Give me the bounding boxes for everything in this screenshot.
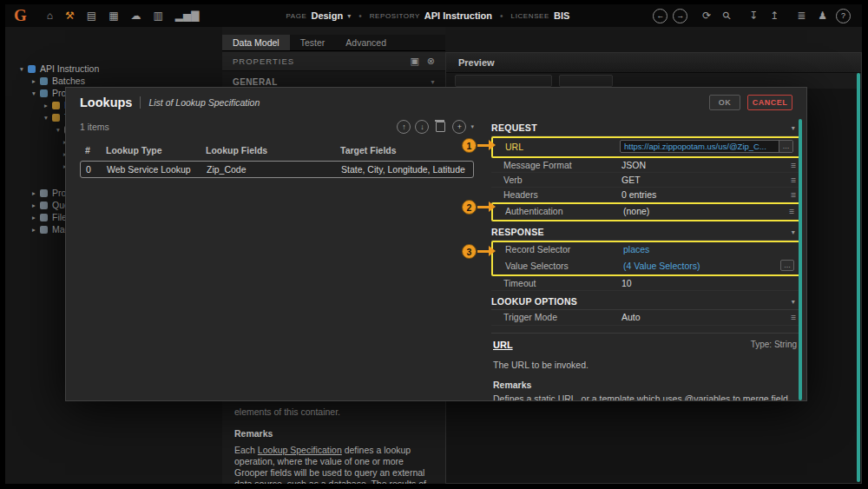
- menu-icon[interactable]: ≡: [791, 158, 796, 172]
- close-icon[interactable]: ⊗: [427, 56, 435, 67]
- property-row-value-selectors[interactable]: Value Selectors (4 Value Selectors) …: [493, 258, 799, 274]
- property-row-headers[interactable]: Headers 0 entries ≡: [491, 188, 800, 202]
- expander-icon[interactable]: ▾: [17, 65, 26, 73]
- chevron-down-icon: ▾: [792, 294, 795, 309]
- menu-icon[interactable]: ≡: [791, 188, 796, 202]
- clipboard-icon[interactable]: ▥: [153, 4, 162, 27]
- column-header: Target Fields: [340, 145, 397, 155]
- expander-icon[interactable]: ▸: [42, 102, 50, 109]
- lookup-specification-link[interactable]: Lookup Specification: [258, 445, 342, 455]
- table-row[interactable]: 0 Web Service Lookup Zip_Code State, Cit…: [80, 161, 474, 178]
- tab-advanced[interactable]: Advanced: [335, 35, 397, 50]
- app-window: G ⌂ ⚒ ▤ ▦ ☁ ▥ ▂▅▇ PAGE Design ▾ • REPOSI…: [5, 4, 862, 484]
- chevron-down-icon[interactable]: ▾: [347, 12, 351, 20]
- chevron-down-icon: ▾: [792, 121, 795, 135]
- inbox-icon[interactable]: ▦: [108, 4, 118, 27]
- projects-node-icon: [40, 89, 48, 97]
- preview-control[interactable]: [455, 75, 552, 87]
- delete-icon[interactable]: [436, 122, 445, 132]
- expander-icon[interactable]: ▸: [30, 77, 38, 85]
- property-help-pane: URL Type: String The URL to be invoked. …: [491, 333, 800, 401]
- tab-label: Tester: [300, 37, 326, 48]
- property-row-verb[interactable]: Verb GET ≡: [491, 173, 800, 188]
- property-value: JSON: [621, 158, 646, 172]
- search-icon[interactable]: ⚲: [716, 5, 738, 27]
- back-icon[interactable]: ←: [653, 9, 667, 23]
- tab-data-model[interactable]: Data Model: [222, 35, 290, 50]
- section-request[interactable]: REQUEST ▾: [491, 121, 800, 136]
- download-icon[interactable]: ↧: [749, 4, 758, 27]
- chevron-down-icon: ▾: [431, 78, 435, 86]
- property-value-link[interactable]: (4 Value Selectors): [623, 258, 700, 274]
- dialog-scrollbar[interactable]: [799, 119, 802, 400]
- refresh-icon[interactable]: ⟳: [702, 4, 711, 27]
- property-label: Authentication: [505, 204, 563, 219]
- property-label: Verb: [503, 173, 523, 187]
- description-area: elements of this container. Remarks Each…: [222, 401, 445, 484]
- up-arrow-icon: ↑: [402, 122, 406, 131]
- licensee-value: BIS: [554, 10, 569, 21]
- property-row-message-format[interactable]: Message Format JSON ≡: [491, 158, 800, 173]
- help-description: The URL to be invoked.: [491, 360, 800, 370]
- repository-label: REPOSITORY: [370, 12, 420, 20]
- section-response[interactable]: RESPONSE ▾: [491, 225, 800, 241]
- expander-icon[interactable]: ▾: [30, 89, 38, 97]
- stack-icon[interactable]: ≣: [797, 4, 806, 27]
- expander-icon[interactable]: ▸: [30, 214, 38, 221]
- help-icon[interactable]: ?: [836, 9, 851, 23]
- expander-icon[interactable]: ▸: [30, 202, 38, 209]
- tools-icon[interactable]: ⚒: [65, 4, 75, 27]
- repository-node-icon: [28, 65, 36, 73]
- move-up-button[interactable]: ↑: [397, 120, 411, 134]
- expander-icon[interactable]: ▾: [42, 114, 50, 122]
- forward-icon[interactable]: →: [673, 9, 687, 23]
- tree-item-label: API Instruction: [40, 63, 99, 74]
- stats-icon[interactable]: ▂▅▇: [175, 4, 200, 27]
- property-row-record-selector[interactable]: Record Selector places: [493, 242, 799, 258]
- section-lookup-options[interactable]: LOOKUP OPTIONS ▾: [491, 294, 800, 310]
- tab-tester[interactable]: Tester: [290, 35, 336, 50]
- column-header: Lookup Type: [106, 145, 162, 155]
- tab-label: Advanced: [345, 37, 386, 48]
- cloud-icon[interactable]: ☁: [130, 4, 141, 27]
- property-row-authentication[interactable]: Authentication (none) ≡: [493, 204, 799, 220]
- expander-icon[interactable]: ▸: [30, 189, 38, 197]
- tree-item-batches[interactable]: ▸ Batches: [5, 75, 222, 87]
- batches-icon[interactable]: ▤: [87, 4, 96, 27]
- menu-icon[interactable]: ≡: [791, 310, 796, 325]
- property-value-link[interactable]: places: [623, 242, 649, 257]
- page-value[interactable]: Design: [311, 10, 343, 21]
- dialog-subtitle: List of Lookup Specification: [148, 97, 260, 108]
- project-node-icon: [52, 114, 60, 122]
- annotation-badge: 1: [462, 138, 477, 153]
- url-input[interactable]: https://api.zippopotam.us/us/@Zip_C... …: [620, 140, 793, 153]
- cell-index: 0: [86, 164, 91, 175]
- menu-icon[interactable]: ≡: [789, 204, 794, 219]
- home-icon[interactable]: ⌂: [47, 4, 53, 27]
- annotation-badge: 3: [462, 244, 477, 259]
- tab-bar: Data Model Tester Advanced: [222, 35, 445, 51]
- add-button[interactable]: +: [452, 120, 466, 134]
- property-row-timeout[interactable]: Timeout 10: [491, 276, 800, 291]
- upload-icon[interactable]: ↥: [770, 4, 779, 27]
- ok-button[interactable]: OK: [709, 95, 740, 110]
- ellipsis-button[interactable]: …: [780, 260, 794, 271]
- property-row-url[interactable]: URL https://api.zippopotam.us/us/@Zip_C.…: [493, 138, 799, 156]
- tree-item-api-instruction[interactable]: ▾ API Instruction: [5, 63, 222, 75]
- add-options-caret-icon[interactable]: ▾: [470, 123, 474, 130]
- property-row-trigger-mode[interactable]: Trigger Mode Auto ≡: [491, 310, 800, 326]
- repository-value[interactable]: API Instruction: [424, 10, 492, 21]
- cancel-button[interactable]: CANCEL: [747, 95, 792, 110]
- preview-scrollbar[interactable]: [857, 73, 860, 482]
- property-label: Message Format: [503, 158, 572, 172]
- column-header: #: [85, 145, 90, 155]
- ellipsis-button[interactable]: …: [779, 141, 792, 152]
- preview-header: Preview: [446, 53, 861, 73]
- move-down-button[interactable]: ↓: [415, 120, 429, 134]
- menu-icon[interactable]: ≡: [791, 173, 796, 187]
- user-icon[interactable]: ♟: [818, 4, 827, 27]
- preview-control[interactable]: [559, 75, 613, 87]
- save-icon[interactable]: ▣: [410, 56, 418, 67]
- expander-icon[interactable]: ▾: [54, 126, 62, 134]
- expander-icon[interactable]: ▸: [30, 226, 38, 234]
